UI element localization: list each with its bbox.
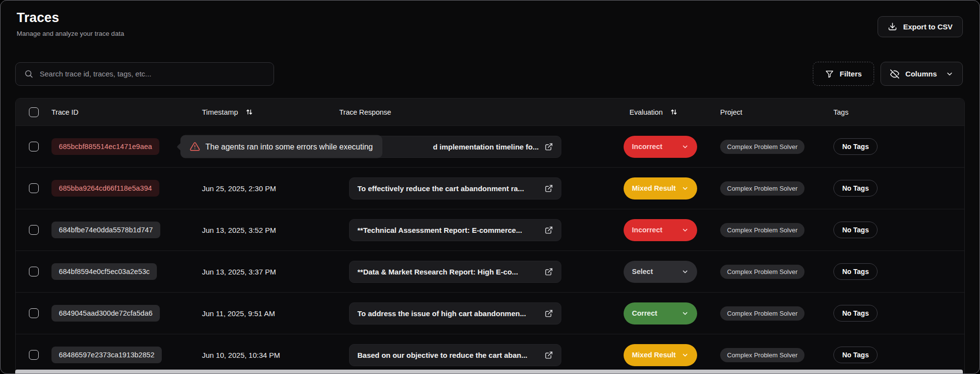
- table-row: 685bcbf885514ec1471e9aea d implementatio…: [16, 125, 964, 167]
- trace-response-text: **Data & Market Research Report: High E-…: [357, 268, 539, 276]
- trace-id-pill[interactable]: 685bcbf885514ec1471e9aea: [51, 138, 159, 155]
- trace-response-text: **Technical Assessment Report: E-commerc…: [357, 226, 539, 234]
- external-link-icon[interactable]: [545, 143, 553, 151]
- download-icon: [888, 22, 897, 31]
- column-header-trace-id: Trace ID: [48, 108, 197, 116]
- column-header-evaluation[interactable]: Evaluation: [624, 108, 714, 116]
- external-link-icon[interactable]: [545, 309, 553, 318]
- chevron-down-icon: [681, 310, 689, 317]
- timestamp-cell: Jun 13, 2025, 3:37 PM: [197, 268, 335, 276]
- chevron-down-icon: [681, 226, 689, 234]
- table-row: 684bfbe74e0dda5578b1d747 Jun 13, 2025, 3…: [16, 209, 964, 250]
- table-header-row: Trace ID Timestamp Trace Response Evalua…: [16, 99, 964, 125]
- export-csv-label: Export to CSV: [903, 23, 953, 31]
- column-header-project: Project: [714, 108, 825, 116]
- external-link-icon[interactable]: [545, 268, 553, 276]
- evaluation-dropdown[interactable]: Correct: [624, 302, 697, 324]
- row-checkbox[interactable]: [29, 225, 39, 235]
- trace-id-pill[interactable]: 6849045aad300de72cfa5da6: [51, 305, 160, 322]
- tags-badge[interactable]: No Tags: [833, 305, 878, 322]
- tags-badge[interactable]: No Tags: [833, 222, 878, 238]
- row-checkbox[interactable]: [29, 183, 39, 193]
- tooltip-text: The agents ran into some errors while ex…: [205, 142, 373, 151]
- trace-response-text: To effectively reduce the cart abandonme…: [357, 184, 539, 193]
- timestamp-cell: Jun 13, 2025, 3:52 PM: [197, 226, 335, 234]
- chevron-down-icon: [681, 351, 689, 359]
- table-row: 68486597e2373ca1913b2852 Jun 10, 2025, 1…: [16, 334, 964, 374]
- trace-response-pill[interactable]: **Technical Assessment Report: E-commerc…: [349, 219, 561, 241]
- project-badge: Complex Problem Solver: [720, 140, 804, 154]
- external-link-icon[interactable]: [545, 351, 553, 359]
- row-checkbox[interactable]: [29, 308, 39, 318]
- row-checkbox[interactable]: [29, 142, 39, 151]
- tags-badge[interactable]: No Tags: [833, 263, 878, 280]
- trace-response-text: To address the issue of high cart abando…: [357, 309, 539, 318]
- tags-badge[interactable]: No Tags: [833, 138, 878, 155]
- tags-badge[interactable]: No Tags: [833, 347, 878, 363]
- page-title: Traces: [17, 10, 124, 25]
- filters-button[interactable]: Filters: [813, 62, 874, 86]
- trace-response-pill[interactable]: To address the issue of high cart abando…: [349, 302, 561, 324]
- external-link-icon[interactable]: [545, 184, 553, 193]
- traces-table: Trace ID Timestamp Trace Response Evalua…: [15, 98, 965, 374]
- timestamp-cell: Jun 11, 2025, 9:51 AM: [197, 309, 335, 318]
- chevron-down-icon: [946, 70, 954, 78]
- error-tooltip: The agents ran into some errors while ex…: [180, 135, 382, 158]
- chevron-down-icon: [681, 185, 689, 192]
- evaluation-dropdown[interactable]: Select: [624, 261, 697, 283]
- chevron-down-icon: [681, 143, 689, 150]
- trace-response-text: Based on our objective to reduce the car…: [357, 351, 539, 359]
- trace-id-pill[interactable]: 684bfbe74e0dda5578b1d747: [51, 222, 160, 238]
- column-header-tags: Tags: [825, 108, 964, 116]
- column-header-trace-response: Trace Response: [335, 108, 624, 116]
- select-all-checkbox[interactable]: [29, 107, 39, 117]
- columns-button[interactable]: Columns: [880, 62, 963, 86]
- project-badge: Complex Problem Solver: [720, 223, 804, 237]
- filter-icon: [825, 70, 834, 78]
- sort-icon[interactable]: [670, 108, 678, 116]
- title-block: Traces Manage and analyze your trace dat…: [17, 10, 124, 37]
- sort-icon[interactable]: [245, 108, 253, 116]
- toolbar: Filters Columns: [0, 62, 980, 86]
- eye-off-icon: [890, 69, 900, 79]
- trace-response-text: d implementation timeline fo...: [357, 143, 539, 151]
- search-input[interactable]: [40, 70, 265, 78]
- horizontal-scrollbar[interactable]: [15, 370, 963, 374]
- columns-label: Columns: [905, 70, 937, 78]
- trace-id-pill[interactable]: 685bba9264cd66f118e5a394: [51, 180, 159, 197]
- page-header: Traces Manage and analyze your trace dat…: [0, 0, 980, 37]
- trace-id-pill[interactable]: 68486597e2373ca1913b2852: [51, 347, 162, 363]
- project-badge: Complex Problem Solver: [720, 181, 804, 196]
- tags-badge[interactable]: No Tags: [833, 180, 878, 197]
- warning-icon: [190, 142, 200, 152]
- trace-response-pill[interactable]: To effectively reduce the cart abandonme…: [349, 177, 561, 199]
- search-icon: [24, 69, 33, 78]
- trace-response-pill[interactable]: Based on our objective to reduce the car…: [349, 344, 561, 366]
- table-row: 684bf8594e0cf5ec03a2e53c Jun 13, 2025, 3…: [16, 250, 964, 292]
- table-row: 6849045aad300de72cfa5da6 Jun 11, 2025, 9…: [16, 292, 964, 334]
- evaluation-dropdown[interactable]: Incorrect: [624, 136, 697, 158]
- project-badge: Complex Problem Solver: [720, 306, 804, 321]
- chevron-down-icon: [681, 268, 689, 275]
- traces-page: Traces Manage and analyze your trace dat…: [0, 0, 980, 374]
- external-link-icon[interactable]: [545, 226, 553, 234]
- filters-label: Filters: [840, 70, 862, 78]
- evaluation-dropdown[interactable]: Mixed Result: [624, 344, 697, 366]
- evaluation-dropdown[interactable]: Incorrect: [624, 219, 697, 241]
- project-badge: Complex Problem Solver: [720, 265, 804, 279]
- timestamp-cell: Jun 10, 2025, 10:34 PM: [197, 351, 335, 359]
- search-box[interactable]: [15, 62, 274, 86]
- timestamp-cell: Jun 25, 2025, 2:30 PM: [197, 184, 335, 193]
- trace-id-pill[interactable]: 684bf8594e0cf5ec03a2e53c: [51, 263, 157, 280]
- project-badge: Complex Problem Solver: [720, 348, 804, 362]
- trace-response-pill[interactable]: **Data & Market Research Report: High E-…: [349, 261, 561, 283]
- toolbar-right: Filters Columns: [813, 62, 963, 86]
- row-checkbox[interactable]: [29, 350, 39, 360]
- row-checkbox[interactable]: [29, 267, 39, 276]
- evaluation-dropdown[interactable]: Mixed Result: [624, 177, 697, 199]
- page-subtitle: Manage and analyze your trace data: [17, 30, 124, 37]
- column-header-timestamp[interactable]: Timestamp: [197, 108, 335, 116]
- export-csv-button[interactable]: Export to CSV: [878, 16, 963, 37]
- table-row: 685bba9264cd66f118e5a394 Jun 25, 2025, 2…: [16, 167, 964, 209]
